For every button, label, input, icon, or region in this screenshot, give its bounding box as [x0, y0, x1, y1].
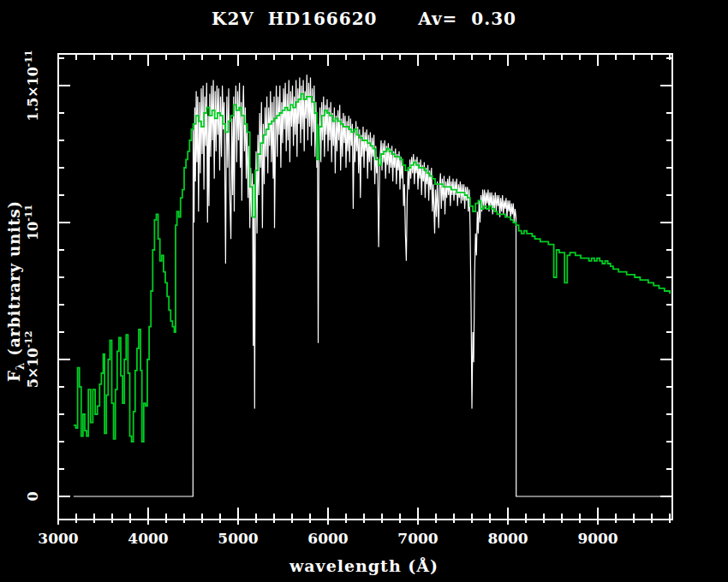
x-tick-label: 9000: [577, 530, 618, 547]
x-tick-label: 6000: [307, 530, 348, 547]
y-tick-label: 10-11: [23, 205, 41, 241]
plot-box: [58, 54, 672, 520]
x-tick-label: 3000: [38, 530, 78, 547]
spectrum-chart-canvas: 300040005000600070008000900005×10-1210-1…: [0, 0, 728, 582]
y-tick-label: 0: [25, 491, 41, 501]
spectrum-plot-window: K2V HD166620 Av= 0.30 Fλ (arbitrary unit…: [0, 0, 728, 582]
x-tick-label: 4000: [128, 530, 168, 547]
x-tick-label: 5000: [218, 530, 258, 547]
x-tick-label: 8000: [487, 530, 528, 547]
y-tick-label: 5×10-12: [23, 331, 41, 389]
template-spectrum-line: [74, 94, 670, 442]
y-tick-label: 1.5×10-11: [23, 50, 41, 121]
x-tick-label: 7000: [397, 530, 438, 547]
observed-spectrum-line: [74, 74, 666, 496]
x-axis-label: wavelength (Å): [0, 556, 728, 575]
